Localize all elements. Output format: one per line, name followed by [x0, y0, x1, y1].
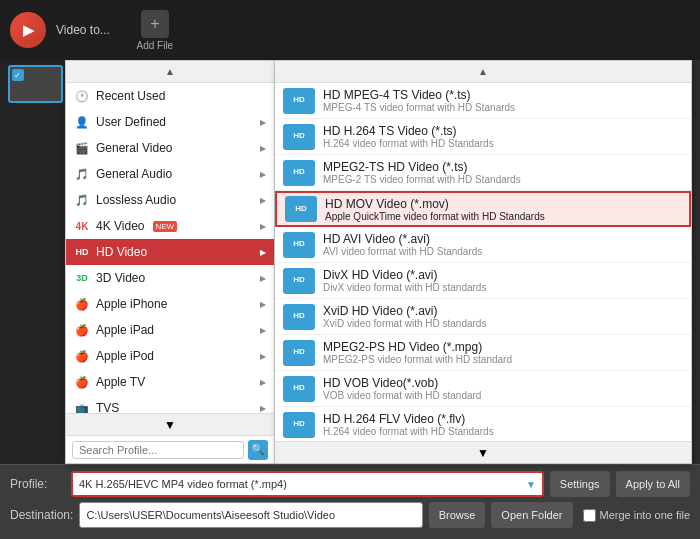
format-item-vob[interactable]: HD HD VOB Video(*.vob) VOB video format …: [275, 371, 691, 407]
open-folder-button[interactable]: Open Folder: [491, 502, 572, 528]
format-title: XviD HD Video (*.avi): [323, 304, 486, 318]
right-item-text: MPEG2-PS HD Video (*.mpg) MPEG2-PS video…: [323, 340, 512, 365]
clock-icon: 🕐: [74, 88, 90, 104]
format-desc: H.264 video format with HD Standards: [323, 426, 494, 437]
path-text: C:\Users\USER\Documents\Aiseesoft Studio…: [86, 509, 335, 521]
sidebar-item-label: TVS: [96, 401, 119, 413]
destination-label: Destination:: [10, 508, 73, 522]
left-panel-scroll-up[interactable]: ▲: [66, 61, 274, 83]
chevron-right-icon: ▶: [260, 300, 266, 309]
sidebar-item-hd-video[interactable]: HD HD Video ▶: [66, 239, 274, 265]
format-badge: HD: [283, 304, 315, 330]
destination-path: C:\Users\USER\Documents\Aiseesoft Studio…: [79, 502, 422, 528]
format-item-avi[interactable]: HD HD AVI Video (*.avi) AVI video format…: [275, 227, 691, 263]
format-badge: HD: [283, 376, 315, 402]
sidebar-item-recent-used[interactable]: 🕐 Recent Used: [66, 83, 274, 109]
format-item-h264-ts[interactable]: HD HD H.264 TS Video (*.ts) H.264 video …: [275, 119, 691, 155]
left-panel-scroll-down[interactable]: ▼: [66, 413, 274, 435]
right-panel-scroll-up[interactable]: ▲: [275, 61, 691, 83]
format-desc: XviD video format with HD standards: [323, 318, 486, 329]
content-area: ✓ ▲ 🕐 Recent Used 👤: [0, 60, 700, 464]
format-badge: HD: [283, 88, 315, 114]
sidebar-item-label: Apple TV: [96, 375, 145, 389]
sidebar-item-apple-ipod[interactable]: 🍎 Apple iPod ▶: [66, 343, 274, 369]
left-panel: ▲ 🕐 Recent Used 👤 User Defined ▶: [65, 60, 275, 464]
format-item-mpeg2-ps[interactable]: HD MPEG2-PS HD Video (*.mpg) MPEG2-PS vi…: [275, 335, 691, 371]
bottom-bar: Profile: 4K H.265/HEVC MP4 video format …: [0, 464, 700, 539]
sidebar-item-user-defined[interactable]: 👤 User Defined ▶: [66, 109, 274, 135]
format-desc: VOB video format with HD standard: [323, 390, 481, 401]
apple-icon: 🍎: [74, 348, 90, 364]
settings-button[interactable]: Settings: [550, 471, 610, 497]
up-arrow-icon: ▲: [165, 66, 175, 77]
sidebar-item-4k-video[interactable]: 4K 4K Video NEW ▶: [66, 213, 274, 239]
sidebar-item-tvs[interactable]: 📺 TVS ▶: [66, 395, 274, 413]
format-badge: HD: [283, 340, 315, 366]
format-item-flv[interactable]: HD HD H.264 FLV Video (*.flv) H.264 vide…: [275, 407, 691, 441]
sidebar-item-apple-tv[interactable]: 🍎 Apple TV ▶: [66, 369, 274, 395]
browse-button[interactable]: Browse: [429, 502, 486, 528]
sidebar-item-label: General Audio: [96, 167, 172, 181]
right-panel: ▲ HD HD MPEG-4 TS Video (*.ts) MPEG-4 TS…: [275, 60, 692, 464]
sidebar-item-label: Apple iPhone: [96, 297, 167, 311]
app-title: Video to...: [56, 23, 110, 37]
tv-icon: 📺: [74, 400, 90, 413]
merge-checkbox[interactable]: [583, 509, 596, 522]
search-button[interactable]: 🔍: [248, 440, 268, 460]
right-item-text: HD MOV Video (*.mov) Apple QuickTime vid…: [325, 197, 545, 222]
chevron-right-icon: ▶: [260, 404, 266, 413]
format-desc: MPEG2-PS video format with HD standard: [323, 354, 512, 365]
profile-value: 4K H.265/HEVC MP4 video format (*.mp4): [79, 478, 287, 490]
format-title: HD H.264 FLV Video (*.flv): [323, 412, 494, 426]
3d-icon: 3D: [74, 270, 90, 286]
format-item-mpeg4-ts[interactable]: HD HD MPEG-4 TS Video (*.ts) MPEG-4 TS v…: [275, 83, 691, 119]
chevron-right-icon: ▶: [260, 352, 266, 361]
sidebar-item-apple-iphone[interactable]: 🍎 Apple iPhone ▶: [66, 291, 274, 317]
dropdown-overlay: ▲ 🕐 Recent Used 👤 User Defined ▶: [65, 60, 692, 464]
sidebar-item-label: General Video: [96, 141, 173, 155]
format-item-mov[interactable]: HD HD MOV Video (*.mov) Apple QuickTime …: [275, 191, 691, 227]
lossless-icon: 🎵: [74, 192, 90, 208]
right-item-text: HD AVI Video (*.avi) AVI video format wi…: [323, 232, 482, 257]
right-item-text: HD H.264 FLV Video (*.flv) H.264 video f…: [323, 412, 494, 437]
audio-icon: 🎵: [74, 166, 90, 182]
sidebar-item-label: User Defined: [96, 115, 166, 129]
format-desc: MPEG-4 TS video format with HD Stanards: [323, 102, 515, 113]
merge-label: Merge into one file: [600, 509, 691, 521]
format-desc: AVI video format with HD Standards: [323, 246, 482, 257]
format-title: HD VOB Video(*.vob): [323, 376, 481, 390]
profile-select[interactable]: 4K H.265/HEVC MP4 video format (*.mp4) ▼: [71, 471, 544, 497]
new-badge: NEW: [153, 221, 178, 232]
format-badge: HD: [283, 268, 315, 294]
right-item-text: HD H.264 TS Video (*.ts) H.264 video for…: [323, 124, 494, 149]
apply-all-button[interactable]: Apply to All: [616, 471, 690, 497]
sidebar-item-label: Apple iPad: [96, 323, 154, 337]
sidebar-item-general-video[interactable]: 🎬 General Video ▶: [66, 135, 274, 161]
up-arrow-icon: ▲: [478, 66, 488, 77]
right-panel-scroll-down[interactable]: ▼: [275, 441, 691, 463]
thumbnail-item[interactable]: ✓: [8, 65, 63, 103]
sidebar-item-apple-ipad[interactable]: 🍎 Apple iPad ▶: [66, 317, 274, 343]
apple-icon: 🍎: [74, 374, 90, 390]
sidebar-item-general-audio[interactable]: 🎵 General Audio ▶: [66, 161, 274, 187]
chevron-right-icon: ▶: [260, 170, 266, 179]
sidebar-item-label: HD Video: [96, 245, 147, 259]
format-desc: Apple QuickTime video format with HD Sta…: [325, 211, 545, 222]
format-item-divx[interactable]: HD DivX HD Video (*.avi) DivX video form…: [275, 263, 691, 299]
sidebar-item-label: 3D Video: [96, 271, 145, 285]
format-badge: HD: [283, 160, 315, 186]
sidebar-item-3d-video[interactable]: 3D 3D Video ▶: [66, 265, 274, 291]
format-item-mpeg2-ts[interactable]: HD MPEG2-TS HD Video (*.ts) MPEG-2 TS vi…: [275, 155, 691, 191]
add-file-icon: +: [141, 10, 169, 38]
search-input[interactable]: [72, 441, 244, 459]
add-file-button[interactable]: + Add File: [130, 10, 180, 51]
format-title: MPEG2-TS HD Video (*.ts): [323, 160, 521, 174]
format-item-xvid[interactable]: HD XviD HD Video (*.avi) XviD video form…: [275, 299, 691, 335]
sidebar-item-lossless-audio[interactable]: 🎵 Lossless Audio ▶: [66, 187, 274, 213]
left-panel-items: 🕐 Recent Used 👤 User Defined ▶ 🎬 General…: [66, 83, 274, 413]
destination-row: Destination: C:\Users\USER\Documents\Ais…: [10, 502, 690, 528]
video-icon: 🎬: [74, 140, 90, 156]
sidebar-item-label: Apple iPod: [96, 349, 154, 363]
thumbnail-panel: ✓: [0, 60, 70, 464]
hd-icon: HD: [74, 244, 90, 260]
